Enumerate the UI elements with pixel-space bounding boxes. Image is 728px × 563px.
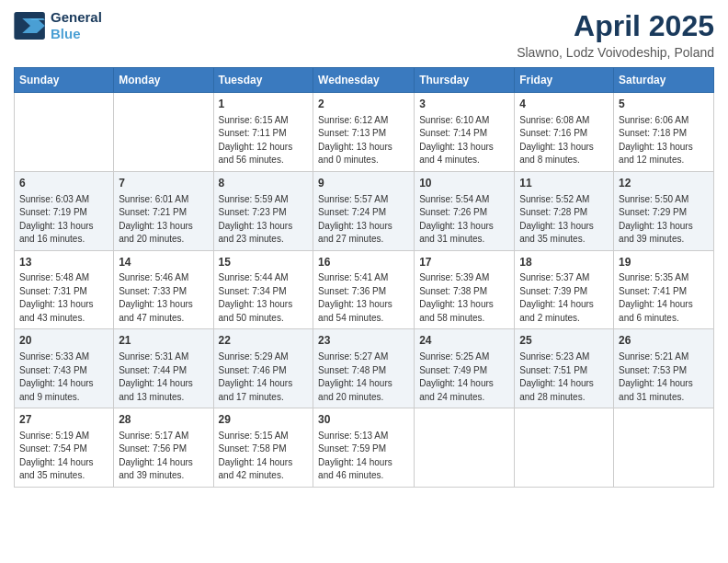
day-number: 13: [19, 255, 108, 270]
day-number: 4: [519, 97, 609, 112]
day-info: Sunrise: 5:19 AM Sunset: 7:54 PM Dayligh…: [19, 430, 108, 483]
day-number: 22: [219, 333, 309, 349]
day-info: Sunrise: 5:57 AM Sunset: 7:24 PM Dayligh…: [318, 193, 409, 247]
day-info: Sunrise: 5:48 AM Sunset: 7:31 PM Dayligh…: [19, 271, 108, 325]
calendar-cell: 9Sunrise: 5:57 AM Sunset: 7:24 PM Daylig…: [313, 171, 415, 250]
day-info: Sunrise: 5:17 AM Sunset: 7:56 PM Dayligh…: [119, 430, 208, 483]
col-header-sunday: Sunday: [15, 68, 114, 93]
calendar-cell: 6Sunrise: 6:03 AM Sunset: 7:19 PM Daylig…: [15, 171, 114, 250]
day-number: 24: [419, 333, 509, 349]
week-row-4: 20Sunrise: 5:33 AM Sunset: 7:43 PM Dayli…: [15, 329, 714, 408]
day-info: Sunrise: 5:37 AM Sunset: 7:39 PM Dayligh…: [519, 271, 609, 325]
calendar-cell: 3Sunrise: 6:10 AM Sunset: 7:14 PM Daylig…: [415, 93, 515, 172]
day-number: 8: [219, 176, 309, 191]
day-info: Sunrise: 5:41 AM Sunset: 7:36 PM Dayligh…: [318, 271, 409, 325]
col-header-wednesday: Wednesday: [313, 68, 415, 93]
day-number: 11: [519, 176, 609, 191]
calendar-cell: 29Sunrise: 5:15 AM Sunset: 7:58 PM Dayli…: [213, 408, 313, 488]
week-row-3: 13Sunrise: 5:48 AM Sunset: 7:31 PM Dayli…: [15, 250, 714, 329]
calendar-cell: [515, 408, 614, 488]
day-number: 29: [219, 412, 309, 428]
week-row-5: 27Sunrise: 5:19 AM Sunset: 7:54 PM Dayli…: [15, 408, 714, 488]
col-header-saturday: Saturday: [614, 68, 714, 93]
calendar-cell: 22Sunrise: 5:29 AM Sunset: 7:46 PM Dayli…: [213, 329, 313, 408]
calendar-cell: 21Sunrise: 5:31 AM Sunset: 7:44 PM Dayli…: [114, 329, 213, 408]
calendar-cell: 5Sunrise: 6:06 AM Sunset: 7:18 PM Daylig…: [614, 93, 714, 172]
day-number: 17: [419, 255, 509, 270]
day-number: 7: [119, 176, 208, 191]
day-number: 20: [19, 333, 108, 349]
day-info: Sunrise: 5:29 AM Sunset: 7:46 PM Dayligh…: [219, 350, 309, 404]
calendar-cell: 25Sunrise: 5:23 AM Sunset: 7:51 PM Dayli…: [515, 329, 614, 408]
calendar-cell: [114, 93, 213, 172]
logo-line1: General: [51, 9, 102, 25]
col-header-friday: Friday: [515, 68, 614, 93]
col-header-monday: Monday: [114, 68, 213, 93]
logo-icon: [14, 12, 47, 40]
day-number: 16: [318, 255, 409, 270]
week-row-1: 1Sunrise: 6:15 AM Sunset: 7:11 PM Daylig…: [15, 93, 714, 172]
day-number: 10: [419, 176, 509, 191]
calendar-cell: 16Sunrise: 5:41 AM Sunset: 7:36 PM Dayli…: [313, 250, 415, 329]
day-number: 28: [119, 412, 208, 428]
calendar-cell: 24Sunrise: 5:25 AM Sunset: 7:49 PM Dayli…: [415, 329, 515, 408]
calendar-cell: 7Sunrise: 6:01 AM Sunset: 7:21 PM Daylig…: [114, 171, 213, 250]
calendar-cell: 13Sunrise: 5:48 AM Sunset: 7:31 PM Dayli…: [15, 250, 114, 329]
day-number: 25: [519, 333, 609, 349]
day-number: 19: [619, 255, 709, 270]
calendar-table: SundayMondayTuesdayWednesdayThursdayFrid…: [14, 67, 714, 488]
logo-line2: Blue: [51, 26, 81, 41]
day-info: Sunrise: 5:23 AM Sunset: 7:51 PM Dayligh…: [519, 350, 609, 404]
day-info: Sunrise: 5:35 AM Sunset: 7:41 PM Dayligh…: [619, 271, 709, 325]
week-row-2: 6Sunrise: 6:03 AM Sunset: 7:19 PM Daylig…: [15, 171, 714, 250]
day-info: Sunrise: 6:10 AM Sunset: 7:14 PM Dayligh…: [419, 114, 509, 167]
day-info: Sunrise: 5:33 AM Sunset: 7:43 PM Dayligh…: [19, 350, 108, 404]
day-number: 15: [219, 255, 309, 270]
header-row: SundayMondayTuesdayWednesdayThursdayFrid…: [15, 68, 714, 93]
day-info: Sunrise: 5:27 AM Sunset: 7:48 PM Dayligh…: [318, 350, 409, 404]
calendar-cell: 1Sunrise: 6:15 AM Sunset: 7:11 PM Daylig…: [213, 93, 313, 172]
day-number: 30: [318, 412, 409, 428]
calendar-cell: 17Sunrise: 5:39 AM Sunset: 7:38 PM Dayli…: [415, 250, 515, 329]
day-info: Sunrise: 5:25 AM Sunset: 7:49 PM Dayligh…: [419, 350, 509, 404]
calendar-cell: 2Sunrise: 6:12 AM Sunset: 7:13 PM Daylig…: [313, 93, 415, 172]
calendar-cell: 8Sunrise: 5:59 AM Sunset: 7:23 PM Daylig…: [213, 171, 313, 250]
calendar-cell: 19Sunrise: 5:35 AM Sunset: 7:41 PM Dayli…: [614, 250, 714, 329]
day-info: Sunrise: 5:54 AM Sunset: 7:26 PM Dayligh…: [419, 193, 509, 247]
calendar-subtitle: Slawno, Lodz Voivodeship, Poland: [517, 45, 714, 60]
day-number: 12: [619, 176, 709, 191]
day-number: 14: [119, 255, 208, 270]
day-number: 21: [119, 333, 208, 349]
day-info: Sunrise: 5:59 AM Sunset: 7:23 PM Dayligh…: [219, 193, 309, 247]
day-number: 27: [19, 412, 108, 428]
day-info: Sunrise: 5:31 AM Sunset: 7:44 PM Dayligh…: [119, 350, 208, 404]
logo-text: General Blue: [51, 9, 102, 42]
day-info: Sunrise: 6:06 AM Sunset: 7:18 PM Dayligh…: [619, 114, 709, 167]
day-info: Sunrise: 6:12 AM Sunset: 7:13 PM Dayligh…: [318, 114, 409, 167]
calendar-cell: 11Sunrise: 5:52 AM Sunset: 7:28 PM Dayli…: [515, 171, 614, 250]
col-header-thursday: Thursday: [415, 68, 515, 93]
calendar-cell: 26Sunrise: 5:21 AM Sunset: 7:53 PM Dayli…: [614, 329, 714, 408]
calendar-cell: [614, 408, 714, 488]
calendar-title: April 2025: [517, 9, 714, 43]
title-area: April 2025 Slawno, Lodz Voivodeship, Pol…: [517, 9, 714, 60]
header: General Blue April 2025 Slawno, Lodz Voi…: [14, 9, 714, 60]
day-number: 2: [318, 97, 409, 112]
day-info: Sunrise: 5:52 AM Sunset: 7:28 PM Dayligh…: [519, 193, 609, 247]
day-number: 18: [519, 255, 609, 270]
day-number: 26: [619, 333, 709, 349]
day-info: Sunrise: 5:50 AM Sunset: 7:29 PM Dayligh…: [619, 193, 709, 247]
day-number: 5: [619, 97, 709, 112]
logo: General Blue: [14, 9, 102, 42]
day-info: Sunrise: 6:01 AM Sunset: 7:21 PM Dayligh…: [119, 193, 208, 247]
calendar-cell: 27Sunrise: 5:19 AM Sunset: 7:54 PM Dayli…: [15, 408, 114, 488]
day-info: Sunrise: 6:15 AM Sunset: 7:11 PM Dayligh…: [219, 114, 309, 167]
day-number: 1: [219, 97, 309, 112]
calendar-cell: 10Sunrise: 5:54 AM Sunset: 7:26 PM Dayli…: [415, 171, 515, 250]
day-info: Sunrise: 5:15 AM Sunset: 7:58 PM Dayligh…: [219, 430, 309, 483]
calendar-cell: 15Sunrise: 5:44 AM Sunset: 7:34 PM Dayli…: [213, 250, 313, 329]
calendar-cell: 30Sunrise: 5:13 AM Sunset: 7:59 PM Dayli…: [313, 408, 415, 488]
day-number: 23: [318, 333, 409, 349]
day-info: Sunrise: 5:46 AM Sunset: 7:33 PM Dayligh…: [119, 271, 208, 325]
col-header-tuesday: Tuesday: [213, 68, 313, 93]
